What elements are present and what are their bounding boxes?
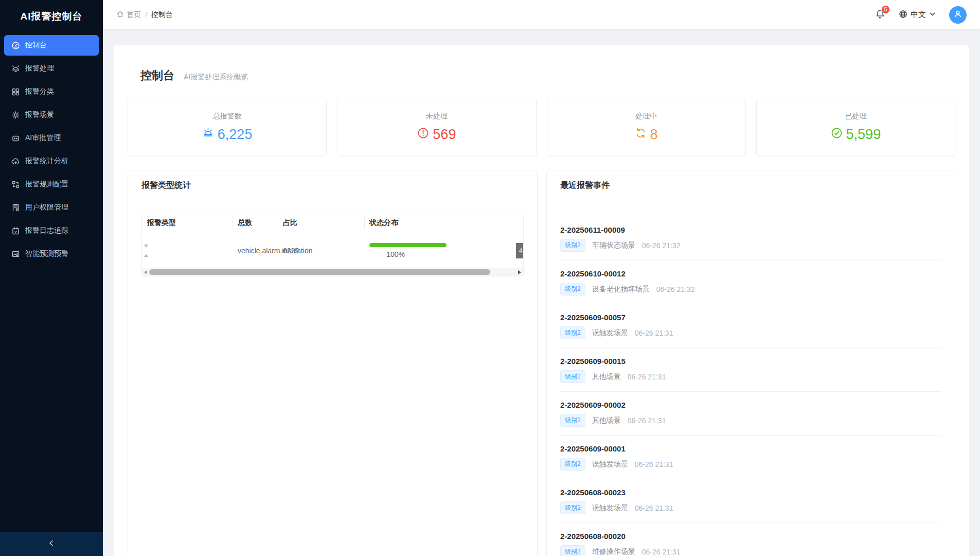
- event-meta: 级别2 其他场景 06-26 21:31: [560, 370, 941, 383]
- stat-number: 569: [433, 127, 456, 143]
- globe-icon: [899, 10, 907, 20]
- event-time: 06-26 21:31: [642, 548, 681, 556]
- language-selector[interactable]: 中文: [899, 10, 936, 20]
- event-item[interactable]: 2-20250609-00001 级别2 误触发场景 06-26 21:31: [560, 436, 941, 479]
- event-time: 06-26 21:32: [656, 285, 695, 293]
- avatar[interactable]: [949, 6, 967, 24]
- user-permission-icon: [11, 203, 20, 212]
- stat-label: 处理中: [635, 112, 657, 121]
- chevron-down-icon: [929, 10, 936, 19]
- event-scene: 其他场景: [592, 372, 621, 381]
- horizontal-scrollbar[interactable]: [142, 268, 523, 276]
- event-level-tag: 级别2: [560, 370, 585, 383]
- stat-card-processing: 处理中 8: [547, 98, 746, 156]
- sidebar-item-alarm-log[interactable]: 报警日志追踪: [4, 220, 99, 241]
- stat-label: 已处理: [845, 112, 866, 121]
- sidebar-item-label: 用户权限管理: [25, 203, 68, 212]
- event-item[interactable]: 2-20250609-00015 级别2 其他场景 06-26 21:31: [560, 348, 941, 392]
- alarm-type-panel: 报警类型统计 报警类型 总数 占比 状态分布 vehicle.alarm.ins…: [128, 170, 538, 556]
- event-item[interactable]: 2-20250611-00009 级别2 车辆状态场景 06-26 21:32: [560, 217, 941, 260]
- event-item[interactable]: 2-20250610-00012 级别2 设备老化损坏场景 06-26 21:3…: [560, 260, 941, 304]
- event-time: 06-26 21:31: [635, 460, 673, 468]
- sidebar-item-alarm-rules[interactable]: 报警规则配置: [4, 174, 99, 195]
- event-meta: 级别2 误触发场景 06-26 21:31: [560, 458, 941, 471]
- event-id: 2-20250608-00023: [560, 488, 941, 497]
- sidebar-item-label: 报警分类: [25, 87, 54, 96]
- event-item[interactable]: 2-20250608-00023 级别2 误触发场景 06-26 21:31: [560, 479, 941, 523]
- stat-card-pending: 未处理 569: [337, 98, 536, 156]
- language-label: 中文: [911, 10, 926, 20]
- user-icon: [953, 9, 963, 21]
- sidebar-item-dashboard[interactable]: 控制台: [4, 35, 99, 56]
- header-actions: 5 中文: [875, 0, 967, 29]
- event-level-tag: 级别2: [560, 458, 585, 471]
- recent-events-panel-title: 最近报警事件: [547, 170, 955, 200]
- event-meta: 级别2 误触发场景 06-26 21:31: [560, 326, 941, 339]
- scroll-right-arrow[interactable]: [516, 270, 523, 274]
- event-item[interactable]: 2-20250609-00057 级别2 误触发场景 06-26 21:31: [560, 304, 941, 348]
- dashboard-icon: [11, 41, 20, 50]
- stats-row: 总报警数 6,225 未处理 569 处理中 8: [128, 98, 955, 156]
- event-meta: 级别2 维修操作场景 06-26 21:31: [560, 545, 941, 556]
- event-id: 2-20250609-00057: [560, 313, 941, 322]
- event-item[interactable]: 2-20250609-00002 级别2 其他场景 06-26 21:31: [560, 392, 941, 436]
- panels-row: 报警类型统计 报警类型 总数 占比 状态分布 vehicle.alarm.ins…: [128, 170, 955, 556]
- progress-label: 100%: [357, 250, 434, 258]
- sidebar-item-alarm-handle[interactable]: 报警处理: [4, 58, 99, 79]
- event-level-tag: 级别2: [560, 326, 585, 339]
- breadcrumb-home[interactable]: 首页: [116, 10, 141, 20]
- alarm-type-panel-body: 报警类型 总数 占比 状态分布 vehicle.alarm.insulation…: [128, 200, 537, 289]
- dashboard-panel: 控制台 AI报警处理系统概览 总报警数 6,225 未处理 569 处理中: [114, 45, 969, 556]
- sidebar: AI报警控制台 控制台 报警处理 报警分类 报警场景 AI审批管理 报警统计分析: [0, 0, 103, 556]
- notification-button[interactable]: 5: [875, 9, 885, 21]
- stat-number: 8: [650, 127, 658, 143]
- alarm-type-table: 报警类型 总数 占比 状态分布 vehicle.alarm.insulation…: [141, 213, 524, 276]
- scroll-up-arrow[interactable]: [144, 254, 148, 257]
- event-time: 06-26 21:32: [642, 241, 681, 250]
- stat-value: 8: [635, 127, 658, 143]
- stat-card-resolved: 已处理 5,599: [756, 98, 955, 156]
- clipped-badge: 4: [516, 243, 523, 258]
- event-level-tag: 级别2: [560, 501, 585, 514]
- event-level-tag: 级别2: [560, 414, 585, 427]
- home-icon: [116, 10, 124, 20]
- sidebar-item-label: 报警日志追踪: [25, 226, 68, 235]
- column-header-total: 总数: [233, 213, 278, 233]
- sidebar-item-user-permission[interactable]: 用户权限管理: [4, 197, 99, 218]
- event-time: 06-26 21:31: [628, 416, 666, 425]
- sidebar-item-ai-approval[interactable]: AI审批管理: [4, 128, 99, 148]
- page-header: 控制台 AI报警处理系统概览: [128, 68, 955, 83]
- sidebar-item-alarm-category[interactable]: 报警分类: [4, 81, 99, 102]
- event-id: 2-20250611-00009: [560, 225, 941, 234]
- status-distribution-cell: 未处理: 569 处理中: 8 已处理: 5599 4: [516, 233, 523, 268]
- sidebar-item-label: 报警规则配置: [25, 180, 68, 189]
- grid-icon: [11, 88, 20, 96]
- scroll-down-arrow[interactable]: [144, 245, 148, 248]
- stat-number: 6,225: [218, 127, 253, 143]
- column-header-percent: 占比: [278, 213, 364, 233]
- exclamation-circle-icon: [417, 127, 429, 143]
- event-scene: 其他场景: [592, 416, 621, 425]
- event-level-tag: 级别2: [560, 283, 585, 296]
- sidebar-item-alarm-statistics[interactable]: 报警统计分析: [4, 151, 99, 171]
- alarm-percent-cell: 100%: [364, 243, 516, 258]
- sidebar-collapse-button[interactable]: [0, 532, 103, 556]
- table-header-row: 报警类型 总数 占比 状态分布: [142, 213, 523, 233]
- column-header-status: 状态分布: [364, 213, 516, 233]
- app-title: AI报警控制台: [0, 0, 103, 33]
- event-id: 2-20250610-00012: [560, 269, 941, 278]
- breadcrumb-home-label: 首页: [127, 10, 141, 20]
- sidebar-item-smart-forecast[interactable]: 智能预测预警: [4, 244, 99, 264]
- alarm-type-cell: vehicle.alarm.insulation: [233, 247, 278, 255]
- scroll-left-arrow[interactable]: [142, 270, 149, 274]
- event-item[interactable]: 2-20250608-00020 级别2 维修操作场景 06-26 21:31: [560, 523, 941, 556]
- sidebar-item-label: 报警场景: [25, 110, 54, 119]
- event-scene: 误触发场景: [592, 328, 628, 338]
- event-scene: 误触发场景: [592, 460, 628, 469]
- event-time: 06-26 21:31: [635, 329, 673, 337]
- stat-label: 总报警数: [213, 112, 242, 121]
- sidebar-item-alarm-scene[interactable]: 报警场景: [4, 105, 99, 125]
- alarm-type-panel-title: 报警类型统计: [128, 170, 537, 200]
- scrollbar-thumb[interactable]: [149, 269, 490, 275]
- scrollbar-track[interactable]: [149, 269, 516, 275]
